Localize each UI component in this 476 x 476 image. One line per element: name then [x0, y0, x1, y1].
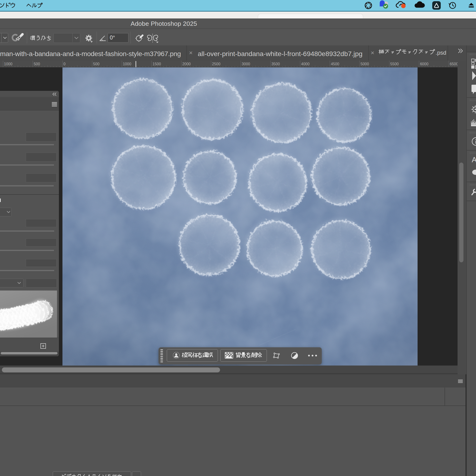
svg-text:1500: 1500 [153, 62, 161, 66]
svg-text:1000: 1000 [4, 62, 13, 66]
svg-text:1000: 1000 [123, 62, 131, 66]
svg-text:4500: 4500 [331, 62, 339, 66]
svg-text:5000: 5000 [360, 62, 369, 66]
svg-text:2000: 2000 [182, 62, 191, 66]
svg-text:A: A [472, 156, 476, 164]
svg-text:0: 0 [63, 62, 66, 66]
svg-text:3500: 3500 [271, 62, 280, 66]
svg-text:500: 500 [34, 62, 40, 66]
svg-text:500: 500 [93, 62, 100, 66]
svg-text:2500: 2500 [212, 62, 221, 66]
svg-text:4000: 4000 [301, 62, 310, 66]
svg-text:6500: 6500 [450, 62, 458, 66]
svg-text:3000: 3000 [242, 62, 250, 66]
svg-text:6000: 6000 [420, 62, 428, 66]
svg-text:5500: 5500 [390, 62, 399, 66]
